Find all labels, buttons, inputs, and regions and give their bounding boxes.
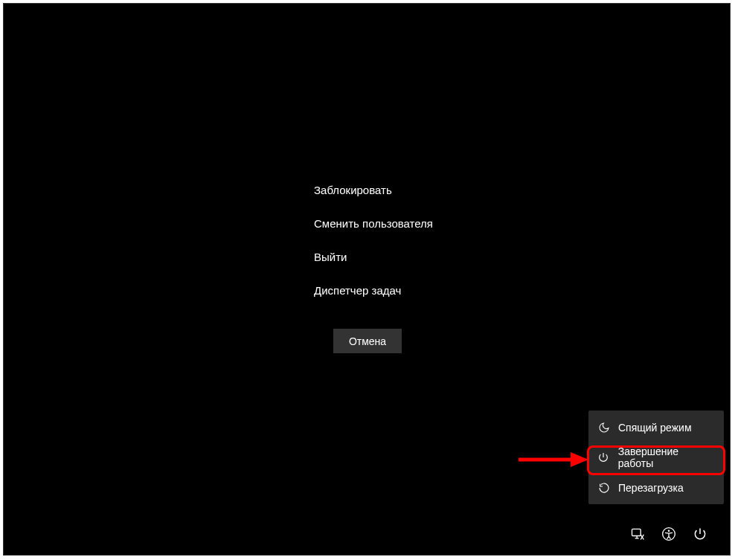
svg-marker-1 [571, 452, 588, 467]
restart-option[interactable]: Перезагрузка [588, 475, 724, 500]
svg-rect-2 [632, 529, 641, 535]
lock-options-screen: Заблокировать Сменить пользователя Выйти… [3, 3, 731, 556]
task-manager-option[interactable]: Диспетчер задач [314, 277, 507, 304]
security-options-menu: Заблокировать Сменить пользователя Выйти… [314, 176, 507, 310]
shutdown-label: Завершение работы [618, 445, 715, 469]
power-tray-icon[interactable] [693, 527, 707, 541]
accessibility-icon[interactable] [661, 527, 676, 541]
sleep-option[interactable]: Спящий режим [588, 415, 724, 440]
power-menu-popup: Спящий режим Завершение работы Перезагру… [588, 411, 724, 504]
power-icon [597, 451, 610, 464]
lock-option[interactable]: Заблокировать [314, 176, 507, 204]
restart-label: Перезагрузка [618, 482, 684, 494]
network-icon[interactable] [630, 527, 645, 541]
svg-point-4 [668, 530, 670, 532]
shutdown-option[interactable]: Завершение работы [588, 440, 724, 475]
sign-out-option[interactable]: Выйти [314, 243, 507, 271]
cancel-button[interactable]: Отмена [333, 329, 402, 353]
annotation-arrow-icon [517, 450, 588, 469]
restart-icon [597, 481, 610, 494]
sleep-label: Спящий режим [618, 422, 692, 434]
switch-user-option[interactable]: Сменить пользователя [314, 210, 507, 237]
bottom-tray [630, 527, 707, 541]
moon-icon [597, 421, 610, 434]
